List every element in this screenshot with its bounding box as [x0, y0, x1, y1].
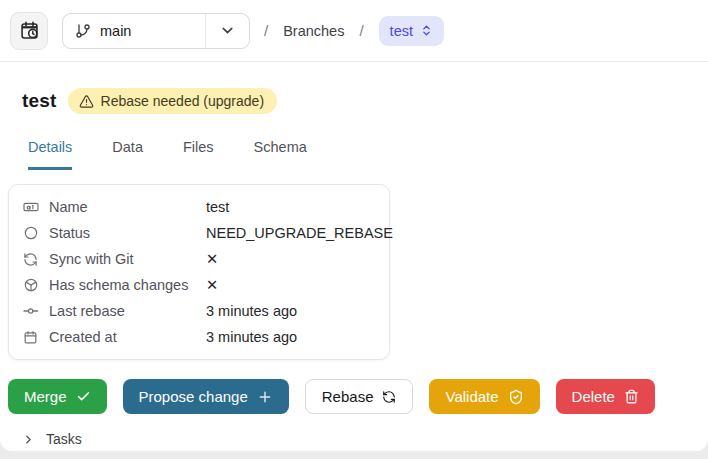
detail-row-schema-changes: Has schema changes ✕: [9, 272, 389, 298]
tasks-accordion-toggle[interactable]: Tasks: [22, 431, 700, 447]
rebase-button[interactable]: Rebase: [305, 379, 414, 414]
validate-button-label: Validate: [445, 388, 498, 405]
details-card: Name test Status NEED_UPGRADE_REBASE Syn…: [8, 184, 390, 360]
git-branch-icon: [75, 23, 91, 39]
detail-value: test: [206, 199, 229, 215]
detail-label: Has schema changes: [49, 277, 206, 293]
detail-label: Name: [49, 199, 206, 215]
sync-icon: [23, 251, 39, 267]
detail-row-status: Status NEED_UPGRADE_REBASE: [9, 220, 389, 246]
chevron-right-icon: [22, 433, 35, 446]
detail-value: ✕: [206, 251, 218, 267]
tasks-label: Tasks: [46, 431, 82, 447]
chevrons-up-down-icon: [420, 24, 433, 37]
breadcrumb-separator: /: [359, 22, 363, 39]
tab-schema[interactable]: Schema: [254, 139, 307, 170]
main-content: test Rebase needed (upgrade) Details Dat…: [0, 88, 708, 447]
calendar-clock-icon: [19, 20, 40, 41]
detail-value: 3 minutes ago: [206, 303, 297, 319]
detail-label: Last rebase: [49, 303, 206, 319]
detail-value: 3 minutes ago: [206, 329, 297, 345]
detail-value: ✕: [206, 277, 218, 293]
branch-page: main / Branches / test test: [0, 0, 708, 451]
commit-icon: [23, 303, 39, 319]
validate-button[interactable]: Validate: [429, 379, 539, 414]
detail-row-name: Name test: [9, 194, 389, 220]
detail-row-created-at: Created at 3 minutes ago: [9, 324, 389, 350]
title-row: test Rebase needed (upgrade): [22, 88, 700, 114]
tab-details[interactable]: Details: [28, 139, 72, 170]
calendar-icon: [23, 329, 39, 345]
branch-selector-caret[interactable]: [205, 14, 249, 48]
top-bar: main / Branches / test: [0, 0, 708, 62]
shield-check-icon: [508, 389, 524, 405]
rebase-button-label: Rebase: [322, 388, 374, 405]
breadcrumb: / Branches / test: [264, 16, 444, 46]
propose-change-button-label: Propose change: [139, 388, 248, 405]
detail-label: Status: [49, 225, 206, 241]
refresh-icon: [382, 390, 396, 404]
propose-change-button[interactable]: Propose change: [123, 379, 289, 414]
history-button[interactable]: [10, 12, 48, 50]
status-badge: Rebase needed (upgrade): [68, 88, 277, 114]
delete-button-label: Delete: [572, 388, 615, 405]
chevron-down-icon: [219, 22, 236, 39]
detail-label: Sync with Git: [49, 251, 206, 267]
check-icon: [76, 389, 91, 404]
action-bar: Merge Propose change Rebase: [8, 379, 700, 414]
breadcrumb-current-branch[interactable]: test: [379, 16, 444, 46]
branch-selector[interactable]: main: [62, 13, 250, 49]
delete-button[interactable]: Delete: [556, 379, 655, 414]
warning-triangle-icon: [79, 94, 94, 109]
plus-icon: [257, 389, 273, 405]
detail-value: NEED_UPGRADE_REBASE: [206, 225, 393, 241]
trash-icon: [624, 389, 639, 404]
detail-row-sync: Sync with Git ✕: [9, 246, 389, 272]
tab-bar: Details Data Files Schema: [28, 139, 700, 170]
tab-data[interactable]: Data: [112, 139, 143, 170]
breadcrumb-current-label: test: [390, 23, 413, 39]
page-title: test: [22, 90, 57, 112]
detail-label: Created at: [49, 329, 206, 345]
status-circle-icon: [23, 225, 39, 241]
schema-box-icon: [23, 277, 39, 293]
merge-button[interactable]: Merge: [8, 379, 107, 414]
branch-selector-value: main: [100, 23, 131, 39]
breadcrumb-branches-link[interactable]: Branches: [283, 23, 344, 39]
tab-files[interactable]: Files: [183, 139, 214, 170]
input-name-icon: [23, 199, 39, 215]
merge-button-label: Merge: [24, 388, 67, 405]
status-badge-label: Rebase needed (upgrade): [101, 93, 264, 109]
detail-row-last-rebase: Last rebase 3 minutes ago: [9, 298, 389, 324]
breadcrumb-separator: /: [264, 22, 268, 39]
